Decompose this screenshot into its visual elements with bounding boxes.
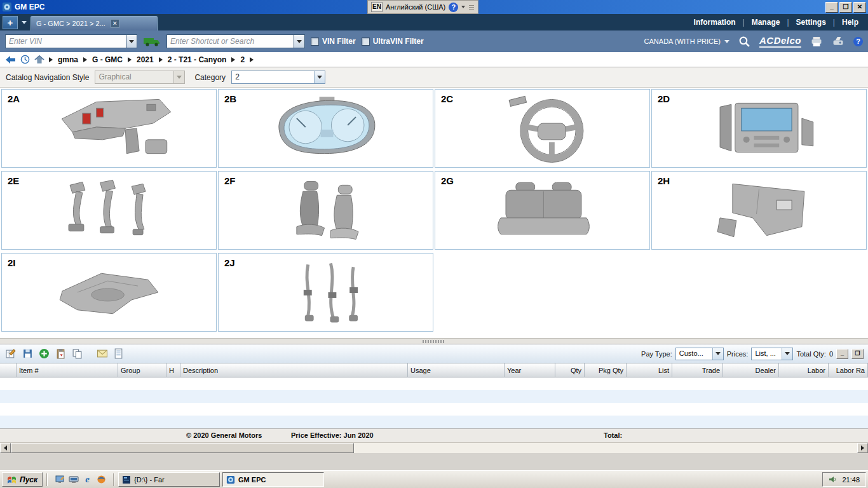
- scrollbar-track[interactable]: [11, 443, 857, 453]
- catalog-cell-2e[interactable]: 2E: [1, 171, 217, 250]
- new-tab-button[interactable]: +: [3, 16, 18, 29]
- column-labor-rate[interactable]: Labor Ra: [829, 363, 868, 377]
- tray-volume-icon[interactable]: [829, 475, 837, 484]
- copyright-text: © 2020 General Motors: [186, 431, 262, 439]
- column-list[interactable]: List: [627, 363, 672, 377]
- help-icon[interactable]: ?: [853, 37, 863, 46]
- tab-close-icon[interactable]: ✕: [111, 19, 119, 28]
- email-icon[interactable]: [95, 347, 109, 360]
- panel-maximize-button[interactable]: ❐: [851, 349, 864, 359]
- copy-icon[interactable]: [71, 347, 84, 360]
- show-desktop-icon[interactable]: [54, 474, 65, 485]
- catalog-cell-2f[interactable]: 2F: [218, 171, 433, 250]
- restore-button[interactable]: ❐: [839, 2, 852, 13]
- language-code-badge[interactable]: EN: [371, 2, 383, 12]
- display-icon[interactable]: [68, 474, 79, 485]
- splitter-grip-icon[interactable]: [423, 340, 445, 343]
- language-bar[interactable]: EN Английский (США) ?: [367, 0, 478, 14]
- ie-icon[interactable]: e: [82, 474, 93, 485]
- vin-filter-checkbox[interactable]: [311, 37, 319, 46]
- catalog-cell-2g[interactable]: 2G: [435, 171, 650, 250]
- catalog-cell-2d[interactable]: 2D: [651, 89, 867, 168]
- search-icon[interactable]: [738, 36, 750, 48]
- tab-list-button[interactable]: [20, 16, 29, 29]
- panel-minimize-button[interactable]: _: [836, 349, 848, 359]
- add-icon[interactable]: [37, 347, 51, 360]
- cell-label: 2C: [441, 93, 453, 104]
- report-icon[interactable]: [112, 347, 125, 360]
- column-dealer[interactable]: Dealer: [723, 363, 779, 377]
- column-selector[interactable]: [0, 363, 17, 377]
- region-selector[interactable]: CANADA (WITH PRICE): [644, 37, 729, 45]
- history-icon[interactable]: [20, 55, 30, 64]
- vin-dropdown-button[interactable]: [126, 34, 137, 48]
- column-labor[interactable]: Labor: [779, 363, 829, 377]
- truck-icon[interactable]: [143, 36, 161, 47]
- breadcrumb-item-model[interactable]: 2 - T21 - Canyon: [167, 55, 227, 64]
- language-help-icon[interactable]: ?: [449, 3, 458, 12]
- customize-grid-icon[interactable]: [4, 347, 18, 360]
- scroll-left-button[interactable]: [0, 443, 11, 453]
- chevron-down-icon: [22, 21, 27, 24]
- catalog-cell-2i[interactable]: 2I: [1, 253, 217, 332]
- column-year[interactable]: Year: [505, 363, 555, 377]
- column-usage[interactable]: Usage: [408, 363, 505, 377]
- back-icon[interactable]: [4, 55, 16, 64]
- shortcut-search-input[interactable]: [166, 34, 294, 48]
- column-pkg-qty[interactable]: Pkg Qty: [585, 363, 627, 377]
- scroll-right-button[interactable]: [857, 443, 868, 453]
- column-item[interactable]: Item #: [17, 363, 118, 377]
- carpet-illustration: [2, 254, 216, 331]
- clock[interactable]: 21:48: [842, 476, 860, 484]
- arrow-right-icon: [861, 445, 864, 451]
- breadcrumb-item-year[interactable]: 2021: [136, 55, 154, 64]
- column-group[interactable]: Group: [118, 363, 166, 377]
- category-select[interactable]: 2: [231, 71, 325, 84]
- panel-splitter[interactable]: [0, 338, 868, 344]
- catalog-cell-2h[interactable]: 2H: [651, 171, 867, 250]
- paste-icon[interactable]: [54, 347, 67, 360]
- menu-manage[interactable]: Manage: [745, 18, 787, 27]
- taskbar-button-far[interactable]: {D:\} - Far: [118, 472, 220, 487]
- column-trade[interactable]: Trade: [672, 363, 723, 377]
- catalog-cell-2j[interactable]: 2J: [218, 253, 433, 332]
- breadcrumb-item-gmna[interactable]: gmna: [57, 55, 79, 64]
- shortcut-dropdown-button[interactable]: [294, 34, 305, 48]
- catalog-cell-2b[interactable]: 2B: [218, 89, 433, 168]
- close-button[interactable]: ✕: [853, 2, 866, 13]
- scrollbar-thumb[interactable]: [11, 443, 354, 453]
- menu-information[interactable]: Information: [687, 18, 743, 27]
- breadcrumb-item-category[interactable]: 2: [240, 55, 245, 64]
- column-description[interactable]: Description: [180, 363, 408, 377]
- horizontal-scrollbar[interactable]: [0, 442, 868, 453]
- browser-icon[interactable]: [96, 474, 107, 485]
- scanner-icon[interactable]: [832, 36, 844, 47]
- start-button[interactable]: Пуск: [2, 472, 43, 487]
- taskbar-button-gmepc[interactable]: GM EPC: [222, 472, 324, 487]
- catalog-cell-2a[interactable]: 2A: [1, 89, 217, 168]
- column-h[interactable]: H: [166, 363, 180, 377]
- language-bar-grip[interactable]: [468, 5, 475, 10]
- nav-style-dropdown-button[interactable]: [173, 71, 184, 83]
- catalog-cell-2c[interactable]: 2C: [435, 89, 650, 168]
- minimize-button[interactable]: _: [825, 2, 838, 13]
- save-icon[interactable]: [21, 347, 34, 360]
- language-options-icon[interactable]: [461, 6, 465, 8]
- printer-icon[interactable]: [810, 36, 823, 47]
- menu-help[interactable]: Help: [835, 18, 865, 27]
- pay-type-dropdown-button[interactable]: [712, 348, 723, 360]
- home-icon[interactable]: [34, 55, 44, 64]
- pay-type-select[interactable]: Custo...: [675, 348, 724, 360]
- vin-filter-group: VIN Filter: [311, 37, 356, 46]
- menu-settings[interactable]: Settings: [789, 18, 833, 27]
- breadcrumb-item-make[interactable]: G - GMC: [92, 55, 123, 64]
- column-qty[interactable]: Qty: [555, 363, 585, 377]
- tab-active[interactable]: G - GMC > 2021 > 2... ✕: [31, 16, 158, 30]
- table-row: [0, 416, 868, 428]
- prices-dropdown-button[interactable]: [782, 348, 792, 360]
- prices-select[interactable]: List, ...: [751, 348, 793, 360]
- category-dropdown-button[interactable]: [314, 71, 325, 83]
- vin-input[interactable]: [5, 34, 126, 48]
- nav-style-select[interactable]: Graphical: [95, 71, 185, 84]
- ultravin-filter-checkbox[interactable]: [362, 37, 370, 46]
